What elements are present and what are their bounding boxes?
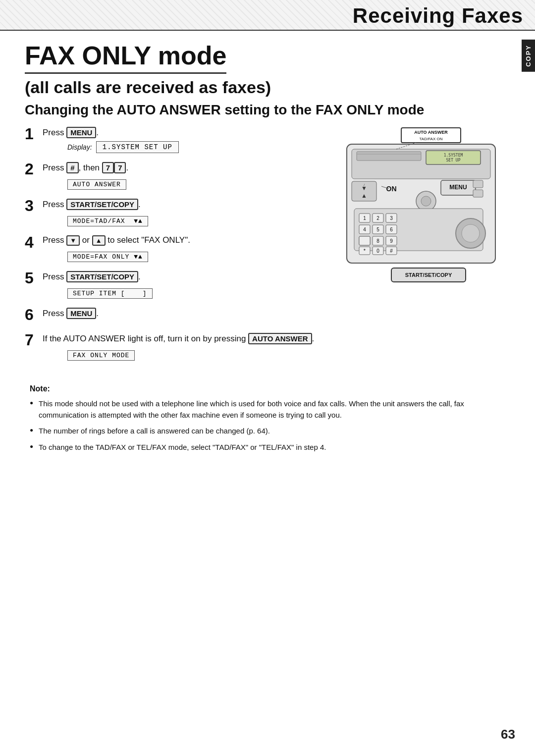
- fax-machine-svg: AUTO ANSWER TAD/FAX ON 1.SYSTEM SET UP ▼…: [342, 127, 510, 285]
- step-number-1: 1: [25, 125, 43, 143]
- svg-text:6: 6: [390, 227, 393, 232]
- display-box-2: AUTO ANSWER: [67, 179, 126, 190]
- step-display-1: Display: 1.SYSTEM SET UP: [67, 141, 327, 153]
- start-set-copy-key-3: START/SET/COPY: [66, 199, 138, 210]
- step-content-4: Press ▼ or ▲ to select "FAX ONLY". MODE=…: [43, 235, 327, 262]
- svg-text:8: 8: [376, 238, 379, 244]
- fax-only-title: FAX ONLY mode: [25, 41, 510, 74]
- svg-text:4: 4: [363, 227, 366, 232]
- note-item-1: This mode should not be used with a tele…: [30, 398, 510, 421]
- step-content-3: Press START/SET/COPY. MODE=TAD/FAX ▼▲: [43, 199, 327, 226]
- key-7b: 7: [114, 162, 126, 173]
- svg-rect-20: [473, 190, 483, 197]
- step-text-3: Press START/SET/COPY.: [43, 199, 327, 210]
- svg-text:5: 5: [376, 227, 379, 232]
- display-label-1: Display:: [67, 143, 92, 151]
- svg-text:TAD/FAX ON: TAD/FAX ON: [420, 137, 443, 141]
- svg-text:#: #: [390, 248, 393, 254]
- right-tab: COPY: [522, 40, 535, 72]
- step-7: 7 If the AUTO ANSWER light is off, turn …: [25, 333, 327, 361]
- svg-text:ON: ON: [386, 185, 397, 193]
- step-text-1: Press MENU.: [43, 127, 327, 138]
- note-item-2: The number of rings before a call is ans…: [30, 426, 510, 437]
- step-number-6: 6: [25, 306, 43, 324]
- step-number-5: 5: [25, 269, 43, 287]
- svg-text:AUTO ANSWER: AUTO ANSWER: [414, 130, 448, 135]
- step-text-4: Press ▼ or ▲ to select "FAX ONLY".: [43, 235, 327, 246]
- main-title: FAX ONLY mode: [25, 41, 226, 74]
- svg-text:▲: ▲: [361, 192, 367, 199]
- svg-text:START/SET/COPY: START/SET/COPY: [405, 272, 452, 278]
- step-text-7: If the AUTO ANSWER light is off, turn it…: [43, 333, 327, 344]
- step-text-6: Press MENU.: [43, 308, 327, 319]
- display-box-4: MODE=FAX ONLY ▼▲: [67, 252, 148, 262]
- svg-rect-5: [357, 152, 421, 161]
- svg-text:SET UP: SET UP: [446, 158, 461, 162]
- step-5: 5 Press START/SET/COPY. SETUP ITEM [ ]: [25, 271, 327, 299]
- key-7a: 7: [102, 162, 114, 173]
- step-number-3: 3: [25, 197, 43, 215]
- down-arrow-key: ▼: [66, 235, 80, 246]
- auto-answer-key: AUTO ANSWER: [248, 333, 312, 344]
- up-arrow-key: ▲: [92, 235, 106, 246]
- menu-key-6: MENU: [66, 308, 96, 319]
- svg-text:0: 0: [376, 248, 379, 254]
- step-1: 1 Press MENU. Display: 1.SYSTEM SET UP: [25, 127, 327, 153]
- step-text-5: Press START/SET/COPY.: [43, 271, 327, 282]
- page-number: 63: [501, 727, 515, 742]
- svg-text:1: 1: [363, 216, 366, 221]
- svg-text:*: *: [364, 248, 366, 254]
- note-title: Note:: [30, 384, 510, 393]
- step-6: 6 Press MENU.: [25, 308, 327, 324]
- display-box-7: FAX ONLY MODE: [67, 350, 135, 361]
- step-number-2: 2: [25, 160, 43, 178]
- menu-key-1: MENU: [66, 127, 96, 138]
- svg-text:9: 9: [390, 238, 393, 244]
- step-content-7: If the AUTO ANSWER light is off, turn it…: [43, 333, 327, 361]
- step-number-4: 4: [25, 233, 43, 252]
- svg-rect-19: [473, 180, 483, 188]
- step-content-5: Press START/SET/COPY. SETUP ITEM [ ]: [43, 271, 327, 299]
- section-heading: Changing the AUTO ANSWER setting to the …: [25, 102, 510, 118]
- step-content-1: Press MENU. Display: 1.SYSTEM SET UP: [43, 127, 327, 153]
- display-box-1: 1.SYSTEM SET UP: [96, 141, 179, 153]
- step-4: 4 Press ▼ or ▲ to select "FAX ONLY". MOD…: [25, 235, 327, 262]
- step-text-2: Press #, then 77.: [43, 162, 327, 173]
- step-2: 2 Press #, then 77. AUTO ANSWER: [25, 162, 327, 190]
- svg-text:1.SYSTEM: 1.SYSTEM: [444, 153, 463, 158]
- main-content: FAX ONLY mode (all calls are received as…: [0, 31, 535, 487]
- svg-point-48: [462, 224, 480, 242]
- steps-area: 1 Press MENU. Display: 1.SYSTEM SET UP 2: [25, 127, 510, 370]
- note-list: This mode should not be used with a tele…: [30, 398, 510, 453]
- steps-list: 1 Press MENU. Display: 1.SYSTEM SET UP 2: [25, 127, 327, 370]
- step-content-2: Press #, then 77. AUTO ANSWER: [43, 162, 327, 190]
- step-number-7: 7: [25, 331, 43, 349]
- svg-point-18: [421, 196, 431, 206]
- subtitle: (all calls are received as faxes): [25, 78, 510, 97]
- step-3: 3 Press START/SET/COPY. MODE=TAD/FAX ▼▲: [25, 199, 327, 226]
- svg-text:MENU: MENU: [449, 184, 467, 191]
- page-title: Receiving Faxes: [353, 4, 523, 28]
- start-set-copy-key-5: START/SET/COPY: [66, 271, 138, 282]
- svg-rect-40: [359, 236, 370, 245]
- svg-text:3: 3: [390, 216, 393, 221]
- page-header: Receiving Faxes: [0, 0, 535, 31]
- step-content-6: Press MENU.: [43, 308, 327, 322]
- display-box-3: MODE=TAD/FAX ▼▲: [67, 216, 148, 226]
- note-section: Note: This mode should not be used with …: [25, 384, 510, 453]
- note-item-3: To change to the TAD/FAX or TEL/FAX mode…: [30, 442, 510, 453]
- svg-text:2: 2: [376, 216, 379, 221]
- hash-key: #: [66, 162, 78, 173]
- display-box-5: SETUP ITEM [ ]: [67, 288, 153, 299]
- device-illustration: AUTO ANSWER TAD/FAX ON 1.SYSTEM SET UP ▼…: [342, 127, 510, 370]
